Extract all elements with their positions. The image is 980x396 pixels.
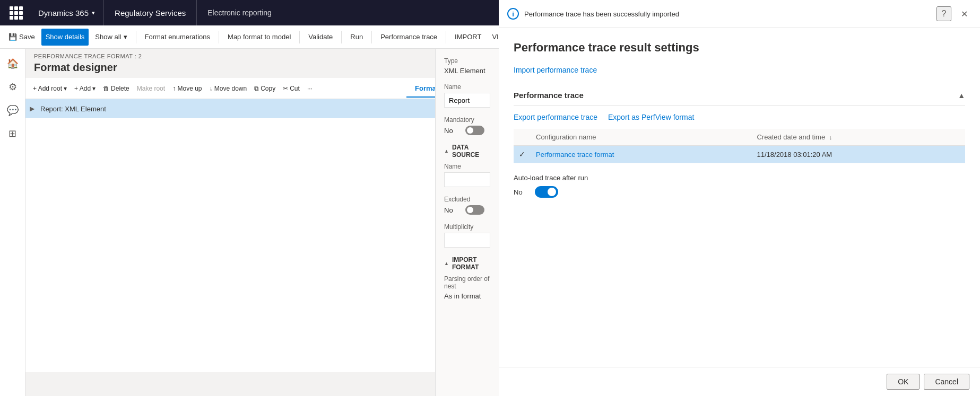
copy-button[interactable]: ⧉ Copy [251, 81, 279, 96]
ds-name-field: Name [444, 163, 490, 187]
sidebar-grid-icon[interactable]: ⊞ [2, 123, 23, 144]
ds-name-input[interactable] [444, 172, 490, 187]
electronic-reporting-label: Electronic reporting [207, 8, 272, 17]
dynamics365-chevron: ▾ [92, 10, 95, 16]
dialog-body: Performance trace result settings Import… [499, 28, 980, 367]
sidebar-home-icon[interactable]: 🏠 [2, 53, 23, 74]
config-name-link[interactable]: Performance trace format [536, 151, 614, 159]
sidebar-filter-icon[interactable]: ⚙ [2, 76, 23, 98]
dialog-notification-bar: i Performance trace has been successfull… [499, 0, 980, 28]
mandatory-field: Mandatory No [444, 116, 490, 135]
main-area: PERFORMANCE TRACE FORMAT : 2 Format desi… [25, 49, 499, 396]
table-header-row: Configuration name Created date and time… [514, 129, 965, 146]
multiplicity-input[interactable] [444, 233, 490, 248]
table-header-created-date: Created date and time ↓ [751, 129, 965, 146]
dynamics365-nav[interactable]: Dynamics 365 ▾ [30, 0, 104, 25]
row-created-date-cell: 11/18/2018 03:01:20 AM [751, 146, 965, 163]
add-root-chevron: ▾ [64, 85, 67, 92]
mandatory-toggle[interactable] [465, 126, 484, 135]
performance-trace-section: Performance trace ▲ Export performance t… [514, 85, 965, 163]
divider-5 [371, 31, 372, 43]
copy-icon: ⧉ [254, 85, 259, 92]
auto-load-toggle-row: No [514, 186, 965, 198]
mandatory-toggle-row: No [444, 126, 490, 135]
cut-icon: ✂ [283, 85, 288, 92]
map-format-to-model-button[interactable]: Map format to model [223, 29, 295, 46]
delete-icon: 🗑 [103, 85, 109, 92]
close-button[interactable]: ✕ [957, 6, 972, 21]
name-input[interactable] [444, 93, 490, 108]
run-button[interactable]: Run [346, 29, 367, 46]
excluded-label: Excluded [444, 196, 490, 203]
export-performance-trace-link[interactable]: Export performance trace [514, 113, 597, 121]
sort-icon: ↓ [829, 134, 832, 140]
electronic-reporting-nav[interactable]: Electronic reporting [197, 0, 282, 25]
divider-4 [341, 31, 342, 43]
auto-load-section: Auto-load trace after run No [514, 174, 965, 208]
delete-button[interactable]: 🗑 Delete [100, 81, 133, 96]
breadcrumb: PERFORMANCE TRACE FORMAT : 2 [25, 49, 499, 60]
regulatory-services-nav[interactable]: Regulatory Services [104, 0, 197, 25]
dynamics365-label: Dynamics 365 [38, 8, 89, 17]
divider-2 [219, 31, 219, 43]
format-enumerations-button[interactable]: Format enumerations [141, 29, 215, 46]
section-title: Performance trace [514, 91, 584, 100]
performance-trace-button[interactable]: Performance trace [376, 29, 441, 46]
cut-button[interactable]: ✂ Cut [280, 81, 303, 96]
notification-text: Performance trace has been successfully … [524, 10, 725, 18]
ok-button[interactable]: OK [887, 374, 920, 390]
auto-load-toggle-thumb [548, 188, 556, 196]
mandatory-label: Mandatory [444, 116, 490, 124]
tree-chevron-icon: ▶ [30, 105, 40, 112]
waffle-menu[interactable] [6, 3, 25, 22]
section-header[interactable]: Performance trace ▲ [514, 85, 965, 105]
import-button[interactable]: IMPORT [450, 29, 485, 46]
info-icon: i [507, 8, 519, 20]
show-all-button[interactable]: Show all ▾ [91, 29, 131, 46]
excluded-field: Excluded No [444, 196, 490, 215]
sidebar: 🏠 ⚙ 💬 ⊞ [0, 49, 25, 396]
move-down-button[interactable]: ↓ Move down [206, 81, 250, 96]
help-button[interactable]: ? [936, 6, 951, 21]
tree-row[interactable]: ▶ Report: XML Element [25, 99, 499, 118]
name-field: Name [444, 83, 490, 108]
auto-load-toggle[interactable] [535, 186, 558, 198]
auto-load-toggle-label: No [514, 188, 530, 196]
name-label: Name [444, 83, 490, 91]
more-button[interactable]: ··· [304, 81, 316, 96]
tree-area: ▶ Report: XML Element [25, 99, 499, 372]
table-row[interactable]: ✓ Performance trace format 11/18/2018 03… [514, 146, 965, 163]
import-performance-trace-link[interactable]: Import performance trace [514, 66, 597, 74]
divider-3 [299, 31, 300, 43]
excluded-toggle[interactable] [465, 205, 484, 215]
row-config-name-cell: Performance trace format [531, 146, 751, 163]
table-header-config-name: Configuration name [531, 129, 751, 146]
sidebar-comment-icon[interactable]: 💬 [2, 100, 23, 121]
import-format-section-title: IMPORT FORMAT [444, 256, 490, 271]
validate-button[interactable]: Validate [304, 29, 337, 46]
divider-1 [136, 31, 136, 43]
datasource-section-title: DATA SOURCE [444, 144, 490, 159]
cancel-button[interactable]: Cancel [924, 374, 969, 390]
parsing-label: Parsing order of nest [444, 275, 490, 290]
trace-table: Configuration name Created date and time… [514, 129, 965, 163]
excluded-toggle-label: No [444, 206, 460, 214]
section-collapse-icon: ▲ [958, 91, 965, 100]
table-header-check [514, 129, 531, 146]
make-root-button[interactable]: Make root [134, 81, 168, 96]
multiplicity-field: Multiplicity [444, 223, 490, 248]
dialog-overlay: i Performance trace has been successfull… [499, 0, 980, 396]
add-chevron: ▾ [92, 85, 96, 92]
mandatory-toggle-thumb [467, 127, 473, 134]
ds-name-label: Name [444, 163, 490, 170]
type-field: Type XML Element [444, 57, 490, 75]
add-button[interactable]: + Add ▾ [71, 81, 99, 96]
export-perfview-link[interactable]: Export as PerfView format [608, 113, 694, 121]
move-up-button[interactable]: ↑ Move up [169, 81, 205, 96]
tree-item-label: Report: XML Element [40, 105, 106, 113]
save-icon: 💾 [8, 33, 17, 41]
add-root-button[interactable]: + Add root ▾ [30, 81, 70, 96]
show-details-button[interactable]: Show details [41, 29, 89, 46]
type-value: XML Element [444, 67, 490, 75]
save-button[interactable]: 💾 Save [4, 29, 39, 46]
